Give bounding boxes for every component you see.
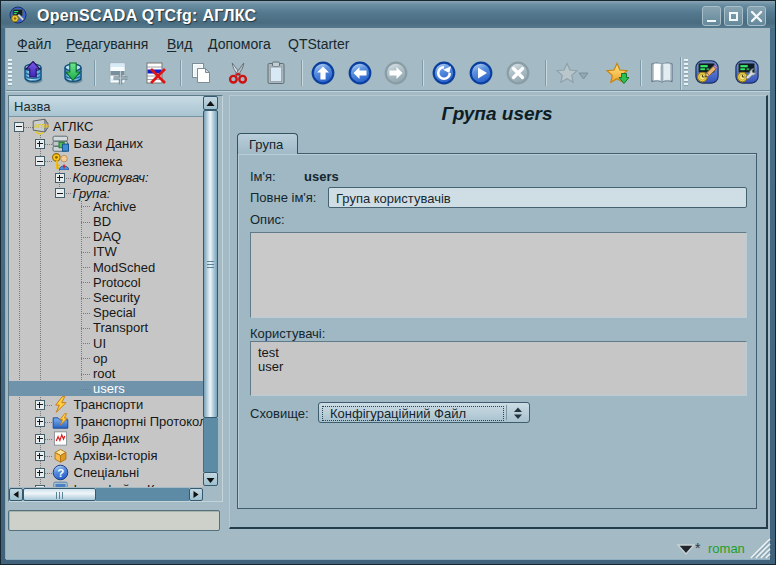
svg-text:?: ? xyxy=(57,467,64,479)
svg-text:АГЛКС: АГЛКС xyxy=(34,123,49,129)
